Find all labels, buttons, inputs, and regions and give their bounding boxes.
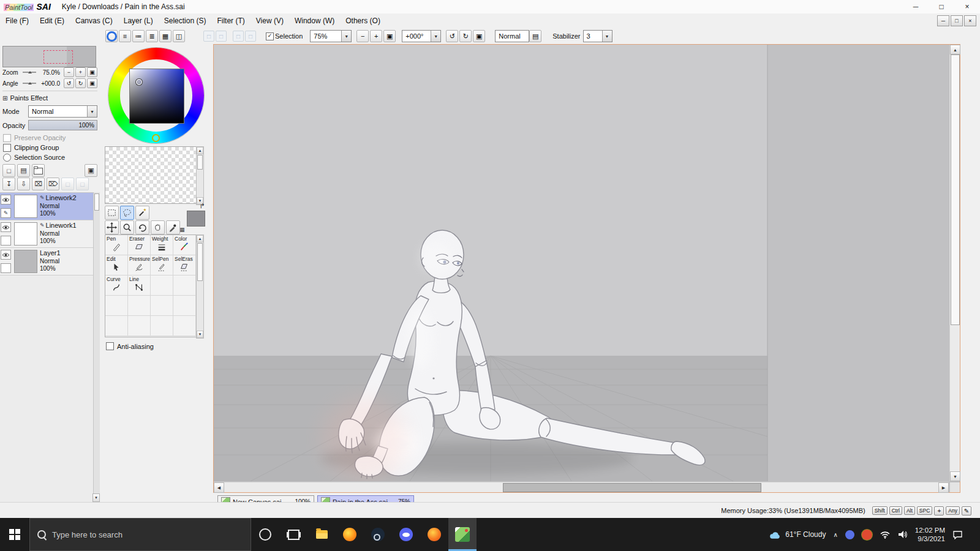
tool-slot-empty[interactable] — [173, 316, 196, 336]
navigator-zoom-out-button[interactable]: − — [64, 67, 74, 77]
layer-paint-tool-badge[interactable] — [1, 236, 11, 246]
tool-slot-empty[interactable] — [105, 316, 128, 336]
task-view-button[interactable] — [279, 518, 307, 551]
navigator-thumbnail[interactable] — [2, 46, 96, 67]
menu-file[interactable]: File (F) — [0, 13, 34, 28]
layer-mode-combo-arrow[interactable]: ▼ — [87, 106, 97, 117]
new-layer-button[interactable]: □ — [2, 164, 15, 177]
layer-paint-tool-badge[interactable] — [1, 263, 11, 273]
blend-mode-combo[interactable]: Normal — [495, 30, 529, 42]
navigator-rotate-cw-button[interactable]: ↻ — [75, 78, 86, 88]
minimize-button[interactable]: ─ — [903, 0, 929, 13]
move-tool[interactable] — [105, 220, 119, 234]
rotate-reset-button[interactable]: ▣ — [473, 30, 485, 42]
tool-seleras[interactable]: SelEras — [173, 255, 196, 276]
color-wheel[interactable] — [108, 48, 204, 143]
zoom-combo[interactable]: 75% ▼ — [310, 30, 352, 42]
layer-visibility-toggle[interactable] — [1, 222, 11, 232]
layer-paint-tool-badge[interactable]: ✎ — [1, 208, 11, 218]
file-explorer-button[interactable] — [307, 518, 336, 551]
tool-color[interactable]: Color — [173, 235, 196, 255]
discord-button[interactable] — [392, 518, 420, 551]
tray-alert-icon[interactable] — [862, 530, 872, 540]
scratchpad-scroll-thumb[interactable] — [197, 155, 203, 170]
weather-widget[interactable]: 61°F Cloudy — [768, 530, 826, 539]
selection-source-radio[interactable] — [3, 154, 11, 162]
rect-select-tool[interactable] — [105, 206, 119, 220]
navigator-rotate-ccw-button[interactable]: ↺ — [64, 78, 74, 88]
blend-options-button[interactable]: ▤ — [529, 30, 541, 42]
browser-button[interactable] — [420, 518, 448, 551]
scroll-down-button[interactable]: ▼ — [950, 471, 960, 481]
menu-edit[interactable]: Edit (E) — [34, 13, 70, 28]
space-key-indicator[interactable]: SPC — [917, 506, 932, 515]
clear-layer-button[interactable]: ⌧ — [32, 178, 45, 190]
rotate-canvas-tool[interactable] — [135, 220, 149, 234]
hue-ring-cursor[interactable] — [152, 134, 160, 142]
tool-slot-empty[interactable] — [105, 296, 128, 316]
new-linework-layer-button[interactable]: ▤ — [17, 164, 30, 177]
tool-eraser[interactable]: Eraser — [128, 235, 151, 255]
pen-icon[interactable]: ✎ — [962, 506, 971, 515]
hand-tool[interactable] — [151, 220, 165, 234]
tray-app-icon[interactable] — [845, 530, 854, 539]
tool-slot-empty[interactable] — [151, 296, 173, 316]
tool-slot-empty[interactable] — [151, 276, 173, 296]
menu-window[interactable]: Window (W) — [289, 13, 340, 28]
firefox-button[interactable] — [336, 518, 364, 551]
menu-layer[interactable]: Layer (L) — [118, 13, 159, 28]
layer-list-scrollbar[interactable] — [93, 192, 100, 502]
layer-thumbnail[interactable] — [14, 195, 37, 218]
zoom-in-button[interactable]: + — [370, 30, 382, 42]
close-button[interactable]: × — [954, 0, 980, 13]
any-key-indicator[interactable]: Any — [946, 506, 960, 515]
tool-edit[interactable]: Edit — [105, 255, 128, 276]
custom-color-panel-button[interactable]: ≣ — [146, 30, 158, 42]
cortana-button[interactable] — [251, 518, 279, 551]
tool-pen[interactable]: Pen — [105, 235, 128, 255]
tool-slot-empty[interactable] — [151, 316, 173, 336]
tool-pressure[interactable]: Pressure — [128, 255, 151, 276]
magic-wand-tool[interactable] — [135, 206, 149, 220]
navigator-angle-slider[interactable] — [23, 83, 36, 84]
layer-list-scroll-down-button[interactable]: ▼ — [92, 493, 100, 502]
show-selection-button[interactable]: ▣ — [85, 164, 97, 177]
stabilizer-combo-arrow[interactable]: ▼ — [602, 31, 612, 42]
mdi-maximize-button[interactable]: □ — [951, 15, 963, 26]
tray-overflow-chevron[interactable]: ∧ — [833, 531, 837, 538]
rotate-ccw-button[interactable]: ↺ — [446, 30, 458, 42]
new-layer-set-button[interactable] — [32, 164, 45, 177]
swatch-grid-icon[interactable]: ▦ — [179, 227, 185, 233]
scratchpad-panel-button[interactable]: ◫ — [173, 30, 185, 42]
scratchpad[interactable] — [105, 146, 197, 204]
start-button[interactable] — [0, 518, 29, 551]
scroll-left-button[interactable]: ◀ — [214, 482, 224, 493]
transfer-down-button[interactable]: ↧ — [2, 178, 15, 190]
color-slider-panel-button[interactable]: ≡ — [119, 30, 131, 42]
clipping-group-checkbox[interactable] — [3, 144, 11, 152]
opacity-slider[interactable]: 100% — [28, 120, 97, 130]
tool-curve[interactable]: Curve — [105, 276, 128, 296]
menu-canvas[interactable]: Canvas (C) — [70, 13, 118, 28]
canvas-horizontal-scrollbar[interactable]: ◀ ▶ — [214, 482, 949, 492]
layer-row-layer1[interactable]: Layer1 Normal 100% — [0, 248, 94, 276]
layer-mode-combo[interactable]: Normal ▼ — [28, 105, 97, 118]
taskbar-clock[interactable]: 12:02 PM 9/3/2021 — [915, 526, 945, 544]
action-center-button[interactable] — [952, 530, 963, 539]
steam-button[interactable] — [364, 518, 392, 551]
angle-combo-arrow[interactable]: ▼ — [431, 31, 440, 42]
scroll-up-icon[interactable]: ▲ — [197, 235, 203, 242]
volume-button[interactable] — [898, 530, 908, 539]
delete-layer-button[interactable]: ⌦ — [47, 178, 59, 190]
alt-key-indicator[interactable]: Alt — [904, 506, 915, 515]
eyedropper-tool[interactable] — [166, 220, 180, 234]
sv-cursor[interactable] — [136, 79, 142, 85]
zoom-combo-arrow[interactable]: ▼ — [341, 31, 351, 42]
mdi-close-button[interactable]: × — [964, 15, 976, 26]
layer-thumbnail[interactable] — [14, 222, 37, 246]
navigator-zoom-reset-button[interactable]: ▣ — [87, 67, 97, 77]
selection-visibility-checkbox[interactable]: ✓ — [266, 32, 274, 40]
layer-row-linework2[interactable]: ✎ ✎Linework2 Normal 100% — [0, 193, 94, 220]
taskbar-search[interactable]: Type here to search — [29, 518, 251, 551]
tool-slot-empty[interactable] — [128, 316, 151, 336]
